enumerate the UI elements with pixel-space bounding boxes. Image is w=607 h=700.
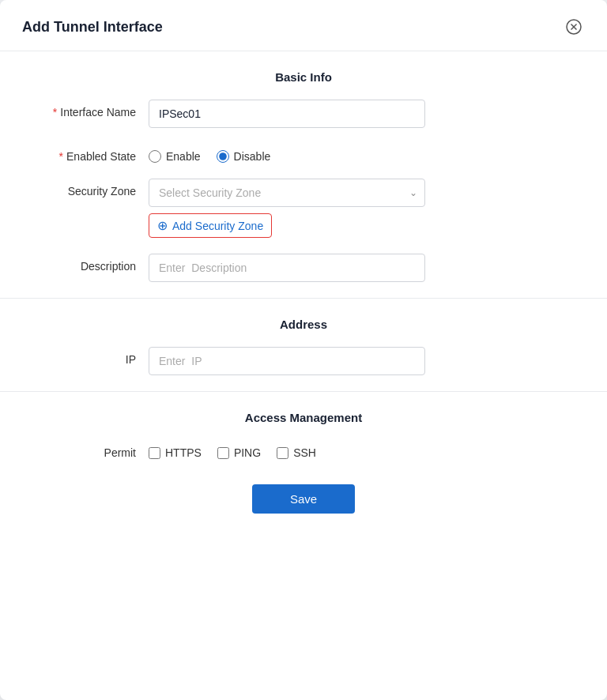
ip-label: IP <box>22 347 149 366</box>
ssh-label: SSH <box>293 446 316 459</box>
ip-control <box>149 347 585 375</box>
disable-radio-item[interactable]: Disable <box>217 150 271 163</box>
permit-control: HTTPS PING SSH <box>149 440 585 459</box>
add-tunnel-interface-dialog: Add Tunnel Interface Basic Info *Interfa… <box>0 0 607 700</box>
close-button[interactable] <box>563 16 585 38</box>
ping-label: PING <box>234 446 261 459</box>
radio-group: Enable Disable <box>149 144 585 163</box>
interface-name-input[interactable] <box>149 100 425 128</box>
permit-label: Permit <box>22 440 149 459</box>
required-star2: * <box>59 150 63 163</box>
plus-circle-icon: ⊕ <box>157 218 168 233</box>
interface-name-label: *Interface Name <box>22 100 149 119</box>
security-zone-select-wrapper: Select Security Zone ⌄ <box>149 179 425 207</box>
enable-label: Enable <box>166 150 201 163</box>
add-security-zone-label: Add Security Zone <box>172 220 263 232</box>
add-security-zone-button[interactable]: ⊕ Add Security Zone <box>149 213 272 238</box>
ssh-checkbox-item[interactable]: SSH <box>277 446 316 459</box>
disable-radio[interactable] <box>217 150 229 163</box>
description-control <box>149 254 585 282</box>
description-input[interactable] <box>149 254 425 282</box>
https-label: HTTPS <box>165 446 202 459</box>
ping-checkbox[interactable] <box>217 447 229 459</box>
enabled-state-row: *Enabled State Enable Disable <box>22 144 585 163</box>
security-zone-row: Security Zone Select Security Zone ⌄ ⊕ A… <box>22 179 585 238</box>
security-zone-label: Security Zone <box>22 179 149 198</box>
access-management-title: Access Management <box>22 411 585 424</box>
save-button-row: Save <box>0 484 607 514</box>
address-section: Address IP <box>0 299 607 375</box>
enable-radio[interactable] <box>149 150 161 163</box>
interface-name-control <box>149 100 585 128</box>
disable-label: Disable <box>234 150 271 163</box>
security-zone-select[interactable]: Select Security Zone <box>149 179 425 207</box>
basic-info-title: Basic Info <box>22 70 585 84</box>
ip-input[interactable] <box>149 347 425 375</box>
address-title: Address <box>22 318 585 331</box>
ping-checkbox-item[interactable]: PING <box>217 446 261 459</box>
checkbox-group: HTTPS PING SSH <box>149 440 585 459</box>
basic-info-section: Basic Info *Interface Name *Enabled Stat… <box>0 51 607 282</box>
ssh-checkbox[interactable] <box>277 447 288 459</box>
description-label: Description <box>22 254 149 273</box>
security-zone-control: Select Security Zone ⌄ ⊕ Add Security Zo… <box>149 179 585 238</box>
close-icon <box>566 19 582 35</box>
https-checkbox-item[interactable]: HTTPS <box>149 446 202 459</box>
enabled-state-control: Enable Disable <box>149 144 585 163</box>
required-star: * <box>53 106 57 119</box>
enabled-state-label: *Enabled State <box>22 144 149 163</box>
description-row: Description <box>22 254 585 282</box>
ip-row: IP <box>22 347 585 375</box>
https-checkbox[interactable] <box>149 447 160 459</box>
save-button[interactable]: Save <box>252 484 355 514</box>
permit-row: Permit HTTPS PING SSH <box>22 440 585 459</box>
interface-name-row: *Interface Name <box>22 100 585 128</box>
dialog-title: Add Tunnel Interface <box>22 19 163 36</box>
access-management-section: Access Management Permit HTTPS PING <box>0 392 607 459</box>
dialog-header: Add Tunnel Interface <box>0 0 607 51</box>
enable-radio-item[interactable]: Enable <box>149 150 201 163</box>
